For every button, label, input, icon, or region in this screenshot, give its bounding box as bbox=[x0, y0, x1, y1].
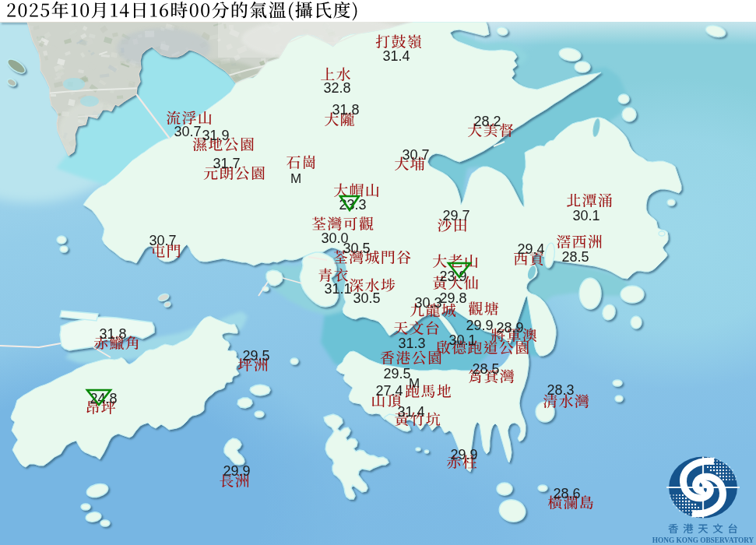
svg-text:28.5: 28.5 bbox=[561, 249, 589, 265]
svg-text:30.1: 30.1 bbox=[448, 332, 476, 348]
svg-text:30.7: 30.7 bbox=[174, 124, 201, 139]
svg-text:31.4: 31.4 bbox=[382, 48, 410, 64]
svg-text:30.5: 30.5 bbox=[343, 241, 370, 256]
svg-text:31.4: 31.4 bbox=[397, 404, 424, 420]
svg-text:30.3: 30.3 bbox=[414, 295, 441, 311]
svg-text:29.9: 29.9 bbox=[450, 447, 477, 462]
svg-text:29.9: 29.9 bbox=[223, 463, 250, 479]
svg-text:27.4: 27.4 bbox=[375, 383, 403, 399]
svg-text:23.9: 23.9 bbox=[439, 269, 466, 284]
svg-text:30.1: 30.1 bbox=[572, 208, 600, 223]
svg-text:M: M bbox=[290, 171, 301, 186]
svg-text:30.5: 30.5 bbox=[353, 290, 380, 306]
svg-text:31.1: 31.1 bbox=[324, 281, 351, 297]
svg-text:28.2: 28.2 bbox=[473, 114, 501, 129]
svg-text:31.8: 31.8 bbox=[99, 326, 126, 342]
svg-text:29.9: 29.9 bbox=[466, 318, 493, 333]
svg-text:31.8: 31.8 bbox=[332, 102, 359, 118]
svg-text:29.5: 29.5 bbox=[383, 366, 410, 382]
svg-text:M: M bbox=[409, 376, 420, 391]
svg-text:30.7: 30.7 bbox=[149, 233, 176, 248]
svg-text:30.7: 30.7 bbox=[402, 147, 429, 163]
svg-text:HONG KONG OBSERVATORY: HONG KONG OBSERVATORY bbox=[652, 536, 754, 544]
svg-text:29.7: 29.7 bbox=[442, 208, 469, 223]
svg-text:32.8: 32.8 bbox=[323, 80, 350, 96]
svg-text:31.9: 31.9 bbox=[202, 128, 229, 143]
svg-text:29.4: 29.4 bbox=[517, 241, 544, 257]
svg-text:28.9: 28.9 bbox=[496, 320, 523, 336]
svg-text:31.7: 31.7 bbox=[213, 156, 240, 171]
svg-text:29.5: 29.5 bbox=[242, 348, 269, 364]
svg-text:28.3: 28.3 bbox=[547, 382, 574, 398]
svg-text:31.3: 31.3 bbox=[398, 336, 425, 351]
svg-text:28.6: 28.6 bbox=[553, 486, 580, 501]
svg-text:29.8: 29.8 bbox=[439, 290, 466, 306]
svg-text:28.5: 28.5 bbox=[472, 361, 499, 377]
